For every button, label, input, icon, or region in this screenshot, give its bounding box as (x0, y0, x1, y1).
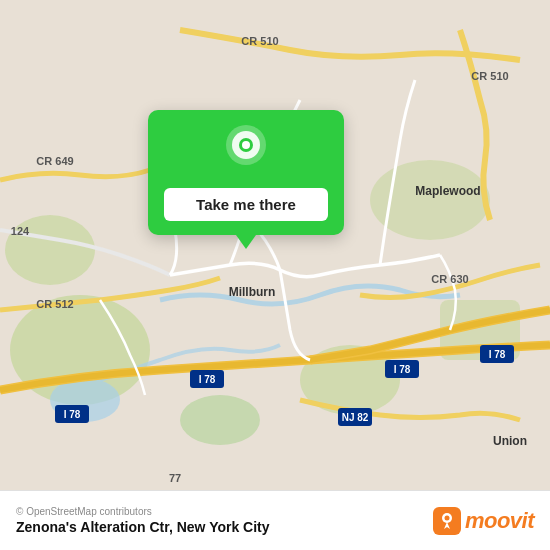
moovit-logo: moovit (433, 507, 534, 535)
svg-text:77: 77 (169, 472, 181, 484)
destination-title: Zenona's Alteration Ctr, New York City (16, 519, 270, 535)
svg-point-31 (242, 141, 250, 149)
take-me-there-button[interactable]: Take me there (164, 188, 328, 221)
svg-text:CR 510: CR 510 (471, 70, 508, 82)
svg-text:CR 630: CR 630 (431, 273, 468, 285)
svg-text:124: 124 (11, 225, 30, 237)
location-popup: Take me there (148, 110, 344, 235)
svg-point-3 (370, 160, 490, 240)
svg-point-6 (180, 395, 260, 445)
svg-text:Millburn: Millburn (229, 285, 276, 299)
svg-text:I 78: I 78 (199, 374, 216, 385)
svg-text:Union: Union (493, 434, 527, 448)
svg-point-34 (444, 515, 449, 520)
footer-bar: © OpenStreetMap contributors Zenona's Al… (0, 490, 550, 550)
moovit-brand-text: moovit (465, 508, 534, 534)
svg-text:Maplewood: Maplewood (415, 184, 480, 198)
moovit-icon (433, 507, 461, 535)
footer-info: © OpenStreetMap contributors Zenona's Al… (16, 506, 270, 535)
svg-text:CR 510: CR 510 (241, 35, 278, 47)
svg-text:I 78: I 78 (394, 364, 411, 375)
svg-text:NJ 82: NJ 82 (342, 412, 369, 423)
svg-text:I 78: I 78 (489, 349, 506, 360)
svg-text:CR 649: CR 649 (36, 155, 73, 167)
map-view[interactable]: CR 510 CR 510 CR 649 CR 630 CR 512 124 I… (0, 0, 550, 490)
map-attribution: © OpenStreetMap contributors (16, 506, 270, 517)
svg-text:I 78: I 78 (64, 409, 81, 420)
svg-text:CR 512: CR 512 (36, 298, 73, 310)
location-pin-icon (219, 124, 273, 178)
